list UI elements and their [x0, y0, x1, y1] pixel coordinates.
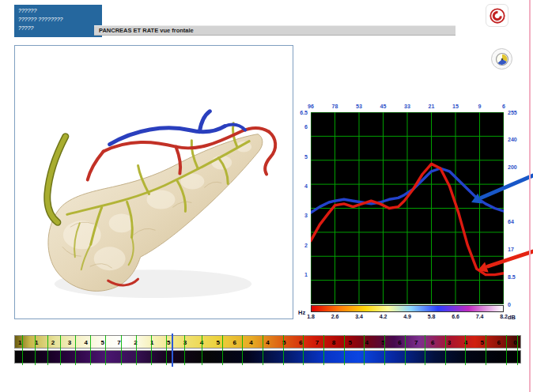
timeline-tick: [486, 335, 486, 365]
spectrum-colorbar: [311, 305, 504, 312]
timeline-tick: [202, 335, 202, 365]
axis-label: 5: [304, 154, 308, 160]
pancreas-3d-render: [15, 46, 293, 318]
right-axis-labels: 25524020064178.50: [506, 112, 528, 304]
timeline-number: 3: [448, 339, 451, 346]
view-title-bar: PANCREAS ET RATE vue frontale: [94, 25, 456, 36]
axis-label: 0: [508, 302, 511, 307]
timeline-number: 3: [68, 339, 71, 346]
timeline-tick: [517, 335, 518, 365]
timeline-tick: [22, 335, 23, 365]
timeline-number: 7: [414, 339, 418, 346]
timeline-tick: [75, 335, 76, 365]
timeline-number: 6: [398, 339, 401, 346]
timeline-number: 4: [85, 339, 88, 346]
display-settings-button[interactable]: [491, 48, 512, 70]
left-axis-labels: 6.5654321: [291, 112, 309, 304]
axis-label: 4.9: [403, 314, 411, 319]
anatomy-3d-viewport[interactable]: [14, 45, 293, 319]
timeline-number: 5: [100, 339, 104, 346]
axis-label: 1.8: [307, 314, 315, 319]
axis-label: 45: [380, 104, 387, 109]
timeline-number: 6: [431, 339, 434, 346]
timeline-number: 6: [299, 339, 302, 346]
db-unit-label: dB: [508, 314, 516, 321]
timeline-strips: 1123457215345644567854567634560: [14, 335, 521, 365]
axis-label: 78: [332, 104, 338, 109]
app-window: ?????? ?????? ???????? ????? PANCREAS ET…: [0, 0, 533, 392]
axis-label: 7.4: [476, 314, 484, 319]
axis-label: 6.5: [300, 110, 308, 115]
timeline-tick: [60, 335, 61, 365]
axis-label: 4.2: [380, 314, 387, 319]
axis-label: 6: [502, 104, 505, 109]
timeline-number: 6: [232, 339, 236, 346]
axis-label: 240: [508, 137, 517, 142]
timeline-tick: [303, 335, 304, 365]
axis-label: 15: [452, 104, 459, 109]
timeline-tick: [344, 335, 345, 365]
axis-label: 6.6: [452, 314, 459, 319]
patient-info-line: ??????: [18, 6, 98, 15]
timeline-number: 7: [316, 339, 319, 346]
timeline-tick: [222, 335, 223, 365]
dial-icon: [495, 52, 509, 66]
timeline-number: 5: [217, 339, 220, 346]
patient-info-line: ?????: [18, 24, 98, 32]
timeline-tick: [323, 335, 324, 365]
axis-label: 21: [429, 104, 435, 109]
axis-label: 64: [508, 219, 514, 224]
view-title: PANCREAS ET RATE vue frontale: [99, 27, 194, 34]
axis-label: 9: [478, 104, 482, 109]
patient-info-line: ?????? ????????: [18, 15, 98, 24]
axis-label: 4: [304, 183, 308, 189]
timeline-number: 4: [249, 339, 252, 346]
timeline-tick: [283, 335, 284, 365]
timeline-number: 5: [167, 339, 170, 346]
axis-label: 200: [508, 164, 517, 170]
timeline-tick: [184, 335, 185, 365]
axis-label: 8.5: [508, 274, 516, 280]
timeline-tick: [465, 335, 466, 365]
timeline-tick: [445, 335, 446, 365]
window-edge-accent: [529, 0, 531, 392]
timeline-number: 6: [497, 339, 500, 346]
timeline-tick: [242, 335, 243, 365]
timeline-tick: [151, 335, 152, 365]
axis-label: 17: [508, 247, 514, 252]
timeline-tick: [405, 335, 406, 365]
axis-label: 8.2: [500, 314, 508, 319]
top-axis-labels: 9678534533211596: [311, 104, 504, 111]
axis-label: 2.6: [331, 314, 339, 319]
patient-info-box: ?????? ?????? ???????? ?????: [14, 5, 102, 37]
timeline-tick: [90, 335, 91, 365]
timeline-tick: [263, 335, 263, 365]
timeline-tick: [506, 335, 507, 365]
timeline-tick: [35, 335, 36, 365]
timeline-tick: [105, 335, 106, 365]
axis-label: 2: [304, 243, 308, 248]
spectrum-plot[interactable]: [311, 112, 504, 304]
axis-label: 5.8: [428, 314, 436, 319]
axis-label: 3: [304, 213, 308, 218]
axis-label: 33: [404, 104, 410, 109]
record-stop-icon: [489, 7, 506, 24]
timeline-tick: [166, 335, 167, 365]
timeline-number: 5: [349, 339, 352, 346]
timeline-tick: [136, 335, 137, 365]
timeline-tick: [425, 335, 425, 365]
timeline-number: 8: [332, 339, 335, 346]
timeline-tick: [121, 335, 122, 365]
close-button[interactable]: [486, 4, 508, 27]
axis-label: 6: [304, 124, 308, 130]
timeline-cursor[interactable]: [172, 334, 173, 367]
timeline-number: 4: [266, 339, 269, 346]
timeline-number: 4: [365, 339, 368, 346]
axis-label: 3.4: [355, 314, 363, 319]
timeline-tick: [384, 335, 385, 365]
timeline-number: 5: [481, 339, 484, 346]
timeline-tick: [47, 335, 48, 365]
hz-unit-label: Hz: [298, 309, 305, 316]
axis-label: 53: [356, 104, 362, 109]
bottom-axis-labels: 1.82.63.44.24.95.86.67.48.2: [311, 314, 504, 321]
